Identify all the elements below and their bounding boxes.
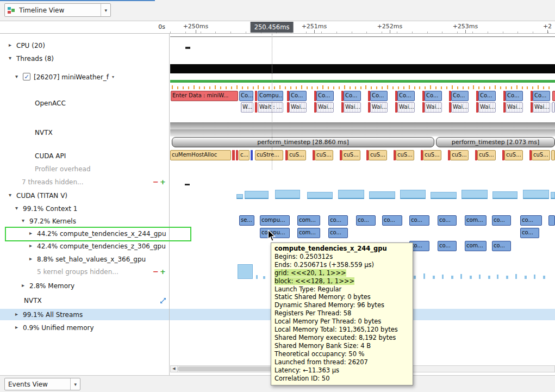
chevron-collapsed-icon[interactable]: ▸ bbox=[29, 242, 32, 248]
sidebar-item-cpu-20[interactable]: ▸CPU (20) bbox=[0, 41, 169, 52]
memory-transfer-mark[interactable] bbox=[506, 276, 508, 279]
timeline-event[interactable]: Wai... bbox=[397, 102, 415, 113]
timeline-event[interactable]: cuS... bbox=[532, 150, 550, 160]
memory-transfer-mark[interactable] bbox=[451, 276, 453, 279]
kernel-x244-lane[interactable]: compu...com...co...co... bbox=[170, 228, 555, 238]
sidebar-item-2-8-memory[interactable]: ▸2.8% Memory bbox=[0, 281, 169, 292]
timeline-event[interactable]: Co... bbox=[316, 91, 334, 101]
timeline-event[interactable]: Wai... bbox=[533, 102, 550, 113]
memory-transfer-mark[interactable] bbox=[534, 275, 535, 279]
sidebar-item-99-1-context-1[interactable]: ▾99.1% Context 1 bbox=[0, 204, 169, 215]
row-checkbox[interactable]: ✓ bbox=[23, 73, 30, 80]
timeline-event[interactable]: Wai... bbox=[344, 102, 361, 113]
sidebar-item-cuda-api[interactable]: CUDA API bbox=[0, 151, 169, 162]
sidebar-item-nvtx[interactable]: NVTX bbox=[0, 296, 169, 307]
timeline-event[interactable]: Co... bbox=[451, 91, 469, 101]
memory-transfer-mark[interactable] bbox=[515, 274, 517, 279]
timeline-event[interactable]: cuMemHostAlloc bbox=[170, 150, 231, 160]
memory-transfer-mark[interactable] bbox=[543, 276, 545, 279]
sidebar-item-cuda-titan-v[interactable]: ▾CUDA (TITAN V) bbox=[0, 191, 169, 202]
sidebar-item-nvtx[interactable]: NVTX bbox=[0, 128, 169, 139]
timeline-event[interactable]: cuS... bbox=[288, 150, 306, 160]
timeline-event[interactable]: Wai... bbox=[289, 102, 307, 113]
timeline-event[interactable]: compu... bbox=[260, 215, 290, 226]
timeline-event[interactable]: Co... bbox=[289, 91, 307, 101]
timeline-event[interactable]: W... bbox=[241, 102, 253, 113]
memory-transfer-mark[interactable] bbox=[442, 275, 444, 279]
timeline-event[interactable]: cuS... bbox=[369, 150, 387, 160]
chevron-down-icon[interactable]: ▾ bbox=[112, 74, 114, 79]
timeline-event[interactable]: Co... bbox=[397, 91, 415, 101]
timeline-event[interactable]: cuS... bbox=[423, 150, 441, 160]
sidebar-item-42-4-compute-tendencies-z-306-gpu[interactable]: ▸42.4% compute_tendencies_z_306_gpu bbox=[0, 241, 169, 252]
timeline-event[interactable]: Wai... bbox=[370, 102, 388, 113]
timeline-event[interactable]: Enter Data : miniW... bbox=[171, 91, 238, 101]
openacc-lane-upper[interactable]: Enter Data : miniW...Co...Compu...Co...C… bbox=[170, 91, 555, 101]
timeline-event[interactable] bbox=[548, 215, 555, 226]
sidebar-item-8-8-set-halo-values-x-366-gpu[interactable]: ▸8.8% set_halo_values_x_366_gpu bbox=[0, 254, 169, 265]
timeline-event[interactable]: Compu... bbox=[258, 91, 283, 101]
timeline-event[interactable]: Wai... bbox=[478, 102, 496, 113]
events-view-dropdown[interactable]: Events View ▾ bbox=[4, 378, 80, 390]
memory-transfer-block[interactable] bbox=[238, 264, 253, 279]
sidebar-item-5-kernel-groups-hidden[interactable]: 5 kernel groups hidden...−+ bbox=[0, 267, 169, 278]
timeline-event[interactable]: cuS... bbox=[477, 150, 496, 160]
chevron-collapsed-icon[interactable]: ▸ bbox=[15, 324, 18, 330]
nvtx-range[interactable]: perform_timestep [2.073 ms] bbox=[436, 137, 555, 147]
timeline-ruler[interactable]: 0s +250ms+251ms+252ms+253ms+2 250.456ms bbox=[0, 21, 555, 34]
timeline-event[interactable]: Co... bbox=[478, 91, 496, 101]
timeline-event[interactable]: co... bbox=[409, 215, 429, 226]
memory-transfer-mark[interactable] bbox=[488, 276, 490, 279]
timeline-event[interactable]: cuS... bbox=[396, 150, 414, 160]
timeline-event[interactable]: cuStre... bbox=[255, 150, 283, 160]
kernels-lane[interactable]: se...compu...com...co...co...co...co...c… bbox=[170, 215, 555, 226]
sidebar-item-threads-8[interactable]: ▾Threads (8) bbox=[0, 54, 169, 65]
cuda-api-lane[interactable]: cuMemHostAllocc...cuStre...cuS...cuS...c… bbox=[170, 150, 555, 160]
timeline-event[interactable]: c... bbox=[239, 150, 250, 160]
hide-rows-icon[interactable]: − bbox=[153, 178, 159, 186]
openacc-lane-wait[interactable]: W...Wait : ...Wai...Wai...Wai...Wai...Wa… bbox=[170, 102, 555, 113]
restore-rows-icon[interactable]: + bbox=[160, 268, 166, 276]
timeline-event[interactable]: com... bbox=[465, 241, 487, 251]
memory-transfer-mark[interactable] bbox=[414, 276, 416, 279]
timeline-event[interactable]: co... bbox=[492, 241, 511, 251]
timeline-event[interactable]: cuS... bbox=[315, 150, 333, 160]
timeline-event[interactable]: com... bbox=[465, 215, 487, 226]
chevron-expanded-icon[interactable]: ▾ bbox=[15, 205, 18, 211]
chevron-collapsed-icon[interactable]: ▸ bbox=[29, 256, 32, 262]
chevron-collapsed-icon[interactable]: ▸ bbox=[9, 42, 11, 48]
timeline-event[interactable]: co... bbox=[356, 215, 376, 226]
timeline-event[interactable]: cuS... bbox=[342, 150, 360, 160]
chevron-expanded-icon[interactable]: ▾ bbox=[9, 55, 11, 61]
timeline-event[interactable]: com... bbox=[297, 228, 320, 238]
panel-divider[interactable] bbox=[169, 34, 170, 375]
nvtx-range[interactable]: perform_timestep [28.860 ms] bbox=[172, 137, 434, 147]
memory-transfer-mark[interactable] bbox=[423, 273, 425, 279]
timeline-event[interactable]: co... bbox=[382, 215, 402, 226]
timeline-event[interactable] bbox=[552, 102, 555, 113]
timeline-event[interactable]: Wai... bbox=[451, 102, 469, 113]
timeline-event[interactable]: se... bbox=[239, 215, 254, 226]
timeline-event[interactable]: Co... bbox=[344, 91, 361, 101]
sidebar-item-openacc[interactable]: OpenACC bbox=[0, 98, 169, 109]
timeline-event[interactable]: Co... bbox=[506, 91, 523, 101]
timeline-event[interactable]: Co... bbox=[533, 91, 550, 101]
cpu-utilization-lane[interactable] bbox=[170, 36, 555, 37]
timeline-event[interactable] bbox=[255, 91, 257, 101]
sidebar-item-44-2-compute-tendencies-x-244-gpu[interactable]: ▸44.2% compute_tendencies_x_244_gpu bbox=[0, 229, 169, 240]
expand-row-icon[interactable] bbox=[160, 297, 166, 306]
timeline-event[interactable]: Co... bbox=[425, 91, 442, 101]
timeline-event[interactable] bbox=[251, 150, 253, 160]
timeline-event[interactable]: co... bbox=[520, 228, 539, 238]
memory-transfer-mark[interactable] bbox=[525, 276, 527, 279]
sidebar-item-0-9-unified-memory[interactable]: ▸0.9% Unified memory bbox=[0, 323, 169, 334]
sidebar-item-profiler-overhead[interactable]: Profiler overhead bbox=[0, 164, 169, 175]
thread-state-bar[interactable] bbox=[170, 64, 555, 73]
sidebar-item-26207-miniweather-f[interactable]: ▾✓[26207] miniWeather_f▾ bbox=[0, 72, 169, 83]
timeline-event[interactable]: Wai... bbox=[316, 102, 334, 113]
chevron-collapsed-icon[interactable]: ▸ bbox=[29, 230, 32, 236]
memory-transfer-mark[interactable] bbox=[479, 275, 481, 279]
timeline-event[interactable] bbox=[236, 150, 238, 160]
sidebar-item-99-1-all-streams[interactable]: ▸99.1% All Streams bbox=[0, 310, 169, 321]
timeline-event[interactable]: Wai... bbox=[506, 102, 523, 113]
